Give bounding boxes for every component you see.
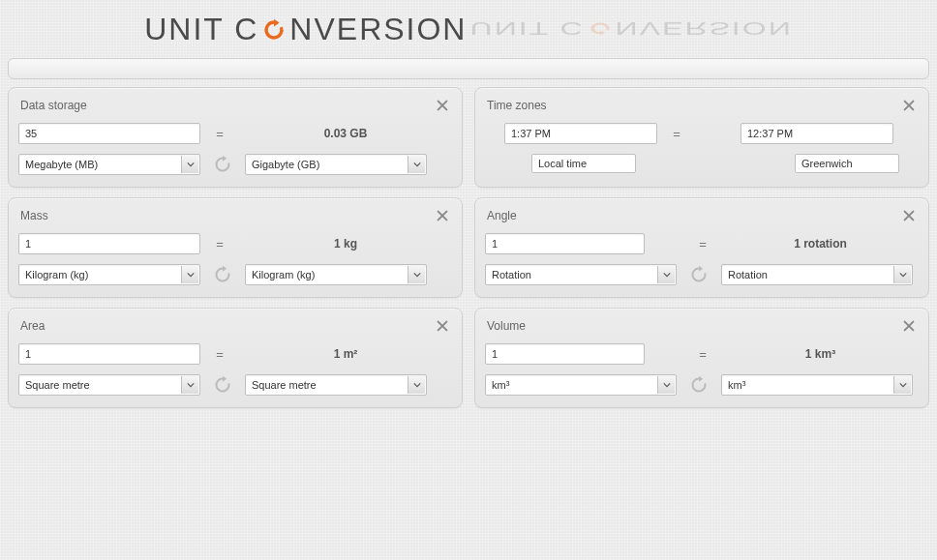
close-icon[interactable] (435, 208, 450, 223)
result-value: 1 rotation (722, 237, 919, 251)
select-value: Square metre (252, 379, 317, 391)
from-time-input[interactable] (504, 123, 657, 144)
panel-angle: Angle = 1 rotation Rotation Rotation (474, 197, 929, 298)
refresh-o-icon (260, 16, 287, 44)
chevron-down-icon (181, 266, 198, 283)
chevron-down-icon (408, 156, 425, 173)
equals-label: = (210, 127, 229, 141)
title-right: NVERSION (289, 14, 467, 44)
panel-title: Data storage (20, 99, 87, 112)
value-input[interactable] (18, 123, 200, 144)
equals-label: = (667, 127, 686, 141)
swap-icon[interactable] (686, 265, 711, 284)
to-unit-select[interactable]: Square metre (245, 374, 427, 396)
from-unit-select[interactable]: Rotation (485, 264, 677, 285)
select-value: Megabyte (MB) (25, 159, 98, 170)
to-unit-select[interactable]: Rotation (721, 264, 913, 285)
chevron-down-icon (181, 156, 198, 173)
chevron-down-icon (408, 266, 425, 283)
close-icon[interactable] (901, 208, 917, 223)
app-title: UNIT C NVERSION (144, 14, 467, 44)
panel-mass: Mass = 1 kg Kilogram (kg) Kilogram (kg) (8, 197, 463, 298)
swap-icon[interactable] (686, 375, 711, 395)
chevron-down-icon (181, 376, 198, 394)
to-unit-select[interactable]: km³ (721, 374, 913, 396)
close-icon[interactable] (901, 98, 917, 113)
to-unit-select[interactable]: Kilogram (kg) (245, 264, 427, 285)
title-left: UNIT C (144, 14, 258, 44)
select-value: Rotation (492, 269, 531, 280)
result-value: 1 kg (239, 237, 452, 251)
swap-icon[interactable] (210, 375, 235, 395)
value-input[interactable] (485, 343, 645, 365)
equals-label: = (210, 237, 229, 251)
value-input[interactable] (18, 343, 200, 365)
panel-area: Area = 1 m² Square metre Square metre (8, 308, 463, 408)
result-value: 1 m² (239, 347, 452, 361)
equals-label: = (693, 237, 712, 251)
title-reflection: UNIT C NVERSION (470, 19, 793, 38)
panel-time-zones: Time zones = Local time Greenwich (474, 87, 929, 188)
select-value: Kilogram (kg) (252, 269, 315, 280)
result-value: 0.03 GB (239, 127, 452, 140)
chevron-down-icon (893, 266, 911, 283)
top-toolbar (8, 58, 929, 79)
chevron-down-icon (657, 376, 675, 394)
close-icon[interactable] (435, 318, 450, 334)
swap-icon[interactable] (210, 265, 235, 284)
panel-title: Time zones (487, 99, 547, 112)
panel-title: Mass (20, 209, 48, 222)
swap-icon[interactable] (210, 155, 235, 174)
panel-title: Area (20, 319, 45, 333)
chevron-down-icon (408, 376, 425, 394)
select-value: Rotation (728, 269, 768, 280)
from-unit-select[interactable]: Megabyte (MB) (18, 154, 200, 175)
to-time-input[interactable] (741, 123, 893, 144)
select-value: Square metre (25, 379, 90, 391)
value-input[interactable] (18, 233, 200, 254)
select-value: Gigabyte (GB) (252, 159, 319, 170)
app-header: UNIT C NVERSION UNIT C NVERSION (0, 0, 937, 54)
select-value: km³ (492, 379, 509, 391)
panel-title: Angle (487, 209, 517, 222)
from-zone-label[interactable]: Local time (531, 154, 636, 173)
panel-title: Volume (487, 319, 526, 333)
equals-label: = (693, 347, 712, 362)
close-icon[interactable] (901, 318, 917, 334)
value-input[interactable] (485, 233, 645, 254)
select-value: Kilogram (kg) (25, 269, 88, 280)
panel-data-storage: Data storage = 0.03 GB Megabyte (MB) Gig… (8, 87, 463, 188)
chevron-down-icon (657, 266, 675, 283)
result-value: 1 km³ (722, 347, 919, 361)
panel-volume: Volume = 1 km³ km³ km³ (474, 308, 929, 408)
to-unit-select[interactable]: Gigabyte (GB) (245, 154, 427, 175)
from-unit-select[interactable]: Kilogram (kg) (18, 264, 200, 285)
to-zone-label[interactable]: Greenwich (795, 154, 899, 173)
select-value: km³ (728, 379, 745, 391)
from-unit-select[interactable]: Square metre (18, 374, 200, 396)
panels-grid: Data storage = 0.03 GB Megabyte (MB) Gig… (0, 87, 937, 408)
close-icon[interactable] (435, 98, 450, 113)
from-unit-select[interactable]: km³ (485, 374, 677, 396)
equals-label: = (210, 347, 229, 362)
chevron-down-icon (893, 376, 911, 394)
